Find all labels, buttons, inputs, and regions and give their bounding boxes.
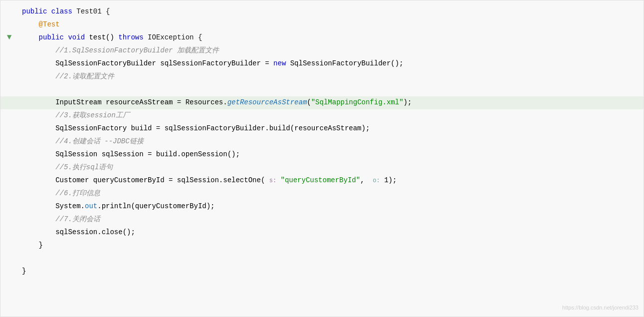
line-gutter xyxy=(0,226,18,239)
line-gutter xyxy=(0,70,18,83)
line-gutter xyxy=(0,200,18,213)
line-content: //6.打印信息 xyxy=(18,187,644,200)
code-line: //4.创建会话 --JDBC链接 xyxy=(0,135,644,148)
line-content: Customer queryCustomerById = sqlSession.… xyxy=(18,174,644,187)
line-gutter xyxy=(0,252,18,265)
line-gutter xyxy=(0,239,18,252)
line-gutter xyxy=(0,161,18,174)
line-gutter xyxy=(0,57,18,70)
line-content xyxy=(18,83,644,96)
line-content: //3.获取session工厂 xyxy=(18,109,644,122)
line-content: SqlSessionFactory build = sqlSessionFact… xyxy=(18,122,644,135)
line-content: sqlSession.close(); xyxy=(18,226,644,239)
code-line: SqlSessionFactoryBuilder sqlSessionFacto… xyxy=(0,57,644,70)
code-line xyxy=(0,252,644,265)
code-line: //2.读取配置文件 xyxy=(0,70,644,83)
line-gutter xyxy=(0,187,18,200)
line-content: SqlSession sqlSession = build.openSessio… xyxy=(18,148,644,161)
code-editor: public class Test01 { @Test▼ public void… xyxy=(0,0,644,317)
code-line: //3.获取session工厂 xyxy=(0,109,644,122)
code-line: System.out.println(queryCustomerById); xyxy=(0,200,644,213)
code-line: //5.执行sql语句 xyxy=(0,161,644,174)
line-gutter xyxy=(0,174,18,187)
line-gutter xyxy=(0,18,18,31)
code-line: @Test xyxy=(0,18,644,31)
code-line: } xyxy=(0,239,644,252)
code-line: } xyxy=(0,265,644,278)
line-content xyxy=(18,252,644,265)
line-content: //1.SqlSessionFactoryBuilder 加载配置文件 xyxy=(18,44,644,57)
line-content: //7.关闭会话 xyxy=(18,213,644,226)
line-gutter xyxy=(0,213,18,226)
line-content: @Test xyxy=(18,18,644,31)
line-gutter xyxy=(0,109,18,122)
line-content: //2.读取配置文件 xyxy=(18,70,644,83)
code-line: //1.SqlSessionFactoryBuilder 加载配置文件 xyxy=(0,44,644,57)
code-line: SqlSessionFactory build = sqlSessionFact… xyxy=(0,122,644,135)
watermark: https://blog.csdn.net/jorendi233 xyxy=(562,304,639,313)
line-content: System.out.println(queryCustomerById); xyxy=(18,200,644,213)
code-line: ▼ public void test() throws IOException … xyxy=(0,31,644,44)
line-content: SqlSessionFactoryBuilder sqlSessionFacto… xyxy=(18,57,644,70)
code-line: InputStream resourceAsStream = Resources… xyxy=(0,96,644,109)
code-line: SqlSession sqlSession = build.openSessio… xyxy=(0,148,644,161)
line-content: public class Test01 { xyxy=(18,5,644,18)
line-gutter xyxy=(0,135,18,148)
line-content: } xyxy=(18,265,644,278)
line-content: public void test() throws IOException { xyxy=(18,31,644,44)
line-content: } xyxy=(18,239,644,252)
line-content: InputStream resourceAsStream = Resources… xyxy=(18,96,644,109)
code-line xyxy=(0,83,644,96)
code-line: sqlSession.close(); xyxy=(0,226,644,239)
line-gutter xyxy=(0,5,18,18)
line-gutter xyxy=(0,83,18,96)
line-gutter xyxy=(0,96,18,109)
line-gutter xyxy=(0,44,18,57)
code-line: //6.打印信息 xyxy=(0,187,644,200)
line-gutter xyxy=(0,148,18,161)
code-line: public class Test01 { xyxy=(0,5,644,18)
line-gutter xyxy=(0,122,18,135)
code-line: //7.关闭会话 xyxy=(0,213,644,226)
line-content: //4.创建会话 --JDBC链接 xyxy=(18,135,644,148)
code-line: Customer queryCustomerById = sqlSession.… xyxy=(0,174,644,187)
line-gutter xyxy=(0,265,18,278)
line-content: //5.执行sql语句 xyxy=(18,161,644,174)
line-gutter: ▼ xyxy=(0,31,18,44)
